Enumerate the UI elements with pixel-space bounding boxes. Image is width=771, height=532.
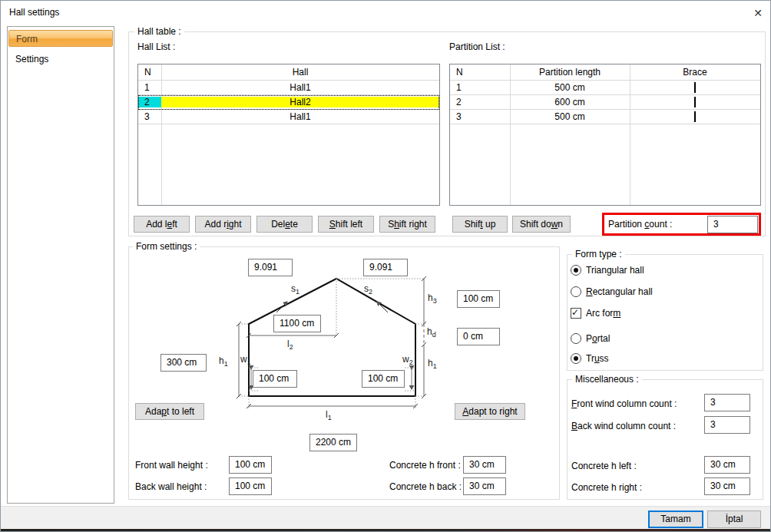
cell-n: 2 [138, 97, 161, 107]
option-label: Portal [586, 333, 610, 344]
partition-list-table: N Partition length Brace 1 500 cm 2 600 … [449, 64, 761, 206]
hall-list-row-2-selected[interactable]: 2 Hall2 [138, 95, 439, 110]
shift-up-button[interactable]: Shift up [452, 216, 508, 233]
adapt-to-left-button[interactable]: Adapt to left [135, 403, 204, 420]
shift-right-button[interactable]: Shift right [379, 216, 435, 233]
concrete-h-front-input[interactable]: 30 cm [463, 456, 506, 474]
concrete-h-back-input[interactable]: 30 cm [463, 477, 506, 495]
add-right-button[interactable]: Add right [195, 216, 251, 233]
cell-hall: Hall1 [161, 82, 439, 93]
ok-button[interactable]: Tamam [648, 511, 703, 528]
cell-brace [630, 111, 760, 122]
dim-label-w1: w1 [240, 354, 251, 366]
dim-label-w2: w2 [402, 354, 413, 366]
hall-list-header-row: N Hall [138, 64, 439, 81]
l2-input[interactable]: 1100 cm [273, 315, 321, 332]
partition-list-header-row: N Partition length Brace [450, 64, 760, 81]
col-header-hall: Hall [161, 67, 439, 78]
dim-label-l1: l1 [326, 409, 332, 421]
radio-rectangular-hall[interactable]: Rectangular hall [571, 286, 653, 297]
dim-label-s2: s2 [364, 283, 372, 296]
front-wind-column-count-label: Front wind column count : [571, 398, 677, 409]
front-wall-height-input[interactable]: 100 cm [229, 456, 272, 474]
partition-count-input[interactable]: 3 [707, 216, 758, 233]
sidebar: Form Settings [7, 26, 114, 504]
radio-triangular-hall[interactable]: Triangular hall [571, 265, 644, 276]
w2-input[interactable]: 100 cm [362, 370, 405, 388]
miscellaneous-group-label: Miscellaneous : [572, 374, 642, 385]
partition-row-2[interactable]: 2 600 cm [450, 95, 760, 110]
cell-brace [630, 82, 760, 93]
partition-row-3[interactable]: 3 500 cm [450, 110, 760, 124]
radio-icon [571, 265, 581, 276]
cell-partition-length: 500 cm [510, 111, 630, 122]
dim-label-h3: h3 [428, 292, 437, 305]
screen-edge-strip [1, 529, 771, 532]
shift-down-button[interactable]: Shift down [512, 216, 571, 233]
dim-label-h1-left: h1 [219, 355, 228, 368]
l1-input[interactable]: 2200 cm [309, 434, 357, 451]
slope-right-input[interactable]: 9.091 [363, 259, 408, 276]
checkbox-arc-form[interactable]: ✓ Arc form [571, 308, 620, 319]
w1-input[interactable]: 100 cm [253, 370, 297, 388]
slope-left-input[interactable]: 9.091 [248, 259, 293, 276]
concrete-h-right-label: Concrete h right : [571, 482, 642, 493]
brace-checkbox[interactable] [694, 97, 696, 107]
hall-settings-dialog: Hall settings ✕ Form Settings Hall table… [0, 0, 771, 532]
cancel-button[interactable]: İptal [707, 511, 761, 528]
cell-partition-length: 500 cm [510, 82, 630, 93]
sidebar-item-settings[interactable]: Settings [8, 51, 113, 68]
dim-label-hd: hd [427, 326, 436, 339]
sidebar-item-form[interactable]: Form [8, 30, 113, 47]
hall-list-row-1[interactable]: 1 Hall1 [138, 81, 439, 95]
brace-checkbox[interactable] [694, 111, 696, 122]
dim-label-s1: s1 [291, 283, 299, 296]
col-header-brace: Brace [630, 67, 760, 78]
radio-truss[interactable]: Truss [571, 353, 609, 364]
h1-input[interactable]: 300 cm [160, 354, 207, 372]
col-header-n: N [450, 67, 510, 78]
back-wind-column-count-input[interactable]: 3 [704, 416, 750, 434]
partition-row-1[interactable]: 1 500 cm [450, 81, 760, 95]
concrete-h-front-label: Concrete h front : [389, 460, 461, 471]
concrete-h-back-label: Concrete h back : [389, 481, 462, 492]
option-label: Truss [586, 353, 609, 364]
back-wall-height-label: Back wall height : [135, 481, 207, 492]
hall-list-table: N Hall 1 Hall1 2 Hall2 3 Hall1 [137, 64, 440, 206]
close-icon[interactable]: ✕ [749, 5, 767, 21]
radio-portal[interactable]: Portal [571, 333, 610, 344]
adapt-to-right-button[interactable]: Adapt to right [455, 403, 525, 420]
h3-input[interactable]: 100 cm [457, 290, 500, 308]
col-header-n: N [138, 67, 161, 78]
cell-n: 1 [450, 82, 510, 93]
hall-table-group-label: Hall table : [134, 26, 184, 37]
cell-hall: Hall1 [161, 111, 439, 122]
add-left-button[interactable]: Add left [134, 216, 190, 233]
hall-list-row-3[interactable]: 3 Hall1 [138, 110, 439, 124]
col-header-partition-length: Partition length [510, 67, 630, 78]
dim-label-h1-right: h1 [428, 358, 437, 370]
cell-n: 3 [138, 111, 161, 122]
partition-count-label: Partition count : [608, 219, 672, 230]
concrete-h-left-label: Concrete h left : [571, 461, 637, 471]
front-wind-column-count-input[interactable]: 3 [704, 394, 750, 411]
delete-button[interactable]: Delete [256, 216, 313, 233]
cell-n: 3 [450, 111, 510, 122]
option-label: Rectangular hall [586, 286, 653, 297]
cell-brace [630, 97, 760, 107]
dialog-title: Hall settings [9, 7, 59, 18]
shift-left-button[interactable]: Shift left [318, 216, 374, 233]
concrete-h-left-input[interactable]: 30 cm [704, 456, 750, 474]
checkbox-icon: ✓ [571, 308, 581, 319]
back-wall-height-input[interactable]: 100 cm [229, 477, 272, 495]
option-label: Triangular hall [586, 265, 644, 276]
option-label: Arc form [586, 308, 620, 319]
brace-checkbox[interactable] [694, 82, 696, 93]
form-type-group-label: Form type : [572, 249, 625, 259]
back-wind-column-count-label: Back wind column count : [571, 421, 676, 431]
concrete-h-right-input[interactable]: 30 cm [704, 477, 750, 495]
radio-icon [571, 333, 581, 344]
hall-list-label: Hall List : [137, 41, 175, 52]
dim-label-l2: l2 [287, 339, 293, 351]
hd-input[interactable]: 0 cm [457, 328, 500, 345]
